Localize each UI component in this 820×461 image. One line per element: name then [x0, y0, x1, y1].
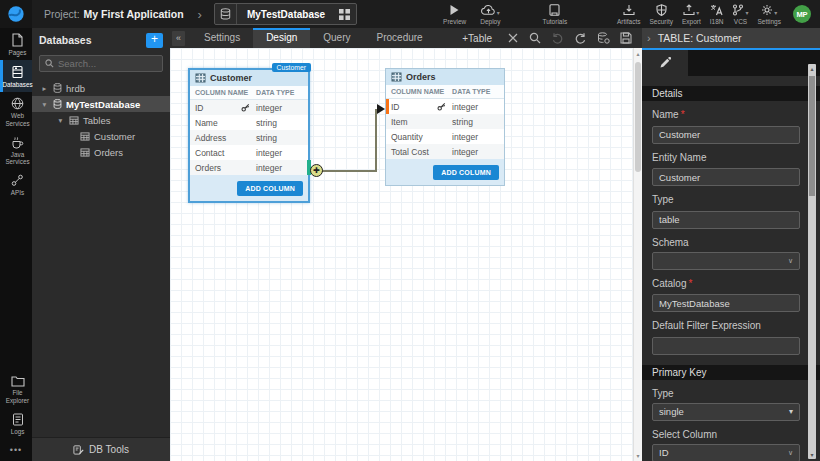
collapse-left-panel-button[interactable]: « — [172, 31, 185, 46]
table-card-orders[interactable]: Orders COLUMN NAMEDATA TYPE ID integer I… — [385, 68, 505, 186]
table-row[interactable]: Item string — [386, 114, 504, 129]
add-table-button[interactable]: +Table — [462, 33, 492, 44]
tab-settings[interactable]: Settings — [191, 28, 253, 48]
redo-icon[interactable] — [574, 32, 587, 44]
field-label: Catalog* — [652, 278, 800, 289]
export-button[interactable]: ▾ Export — [682, 3, 701, 25]
scroll-down-icon[interactable]: ▾ — [634, 452, 642, 459]
er-diagram-canvas[interactable]: Customer Customer COLUMN NAMEDATA TYPE I… — [170, 48, 642, 461]
tab-design[interactable]: Design — [253, 28, 310, 48]
expander-expanded-icon[interactable]: ▾ — [40, 100, 49, 109]
branch-icon — [732, 4, 744, 16]
field-label: Type — [652, 194, 800, 205]
undo-icon[interactable] — [551, 32, 564, 44]
log-file-icon — [12, 413, 24, 426]
rail-item-apis[interactable]: APIs — [0, 169, 32, 200]
schema-select[interactable]: ∨ — [652, 252, 800, 270]
rail-item-web-services[interactable]: Web Services — [0, 92, 32, 130]
table-icon — [391, 72, 402, 82]
deploy-button[interactable]: ▾ Deploy — [480, 3, 500, 25]
delete-icon[interactable] — [507, 32, 519, 44]
search-icon — [45, 59, 54, 68]
table-row[interactable]: Total Cost integer — [386, 144, 504, 159]
catalog-field[interactable] — [652, 294, 800, 312]
field-label: Entity Name — [652, 152, 800, 163]
inspector-form: Details Name* Entity Name Type Schema ∨ … — [642, 76, 820, 461]
canvas-vertical-scrollbar[interactable]: ▴ ▾ — [633, 48, 642, 461]
field-label: Schema — [652, 237, 800, 248]
expander-expanded-icon[interactable]: ▾ — [56, 116, 65, 125]
database-workspace-tab[interactable]: MyTestDatabase — [214, 3, 357, 25]
globe-icon — [11, 97, 24, 110]
rail-item-file-explorer[interactable]: File Explorer — [0, 370, 32, 407]
collapse-right-panel-icon[interactable]: › — [647, 32, 651, 44]
rail-item-databases[interactable]: Databases — [0, 60, 32, 92]
security-button[interactable]: Security — [649, 3, 672, 25]
rail-item-logs[interactable]: Logs — [0, 408, 32, 439]
table-card-header[interactable]: Customer — [190, 70, 308, 86]
tutorials-button[interactable]: Tutorials — [542, 3, 567, 25]
rail-item-java-services[interactable]: Java Services — [0, 131, 32, 169]
expander-collapsed-icon[interactable]: ▸ — [40, 84, 49, 93]
add-column-button[interactable]: ADD COLUMN — [237, 181, 303, 196]
select-column-select[interactable]: ID ∨ — [652, 444, 800, 461]
tree-item-tables[interactable]: ▾ Tables — [32, 112, 170, 128]
save-icon[interactable] — [620, 32, 632, 44]
column-headers: COLUMN NAMEDATA TYPE — [386, 85, 504, 99]
tree-item-hrdb[interactable]: ▸ hrdb — [32, 80, 170, 96]
scroll-up-icon[interactable]: ▴ — [634, 50, 642, 57]
entity-name-field[interactable] — [652, 168, 800, 186]
rail-item-pages[interactable]: Pages — [0, 28, 32, 60]
table-name-badge: Customer — [272, 63, 311, 72]
add-database-button[interactable]: + — [146, 33, 163, 48]
tree-item-mytestdatabase[interactable]: ▾ MyTestDatabase — [32, 96, 170, 112]
user-avatar[interactable]: MP — [793, 5, 811, 23]
type-field[interactable] — [652, 211, 800, 229]
api-nodes-icon — [11, 174, 24, 187]
vcs-button[interactable]: ▾ VCS — [732, 3, 748, 25]
name-field[interactable] — [652, 126, 800, 144]
tree-item-orders[interactable]: Orders — [32, 144, 170, 160]
scrollbar-thumb[interactable] — [809, 76, 815, 196]
search-box[interactable] — [39, 55, 163, 72]
field-label: Default Filter Expression — [652, 320, 800, 331]
table-row[interactable]: ID integer — [190, 100, 308, 115]
scroll-up-icon[interactable]: ▴ — [808, 65, 816, 72]
add-column-button[interactable]: ADD COLUMN — [433, 165, 499, 180]
inspector-title: TABLE: Customer — [658, 32, 742, 44]
field-label: Select Column — [652, 429, 800, 440]
project-name[interactable]: My First Application — [84, 8, 184, 20]
table-row[interactable]: Orders integer — [190, 160, 308, 175]
tree-item-customer[interactable]: Customer — [32, 128, 170, 144]
table-card-customer[interactable]: Customer Customer COLUMN NAMEDATA TYPE I… — [188, 68, 310, 203]
preview-button[interactable]: Preview — [443, 3, 466, 25]
inspector-tab-strip — [642, 50, 820, 76]
grid-icon[interactable] — [339, 9, 350, 20]
edit-tab[interactable] — [642, 50, 688, 76]
i18n-button[interactable]: I18N — [710, 3, 724, 25]
settings-button[interactable]: ▾ Settings — [758, 3, 782, 25]
scrollbar-thumb[interactable] — [635, 62, 641, 172]
inspector-vertical-scrollbar[interactable]: ▴ ▾ — [808, 64, 816, 459]
table-row[interactable]: Name string — [190, 115, 308, 130]
table-card-header[interactable]: Orders — [386, 69, 504, 85]
page-icon — [11, 33, 24, 47]
db-tools-icon — [73, 444, 84, 455]
search-input[interactable] — [58, 58, 157, 69]
default-filter-field[interactable] — [652, 337, 800, 355]
db-tools-button[interactable]: DB Tools — [32, 437, 170, 461]
artifacts-button[interactable]: Artifacts — [617, 3, 640, 25]
tab-procedure[interactable]: Procedure — [364, 28, 436, 48]
scroll-down-icon[interactable]: ▾ — [808, 451, 816, 458]
tab-query[interactable]: Query — [310, 28, 363, 48]
table-row[interactable]: Address string — [190, 130, 308, 145]
app-logo[interactable] — [0, 0, 32, 28]
more-options-icon[interactable]: ••• — [0, 439, 32, 461]
zoom-search-icon[interactable] — [529, 32, 541, 44]
table-row[interactable]: Quantity integer — [386, 129, 504, 144]
reimport-database-icon[interactable] — [597, 32, 610, 44]
shield-icon — [656, 3, 667, 16]
table-row[interactable]: Contact integer — [190, 145, 308, 160]
pk-type-select[interactable]: single ▾ — [652, 403, 800, 421]
table-row[interactable]: ID integer — [386, 99, 504, 114]
